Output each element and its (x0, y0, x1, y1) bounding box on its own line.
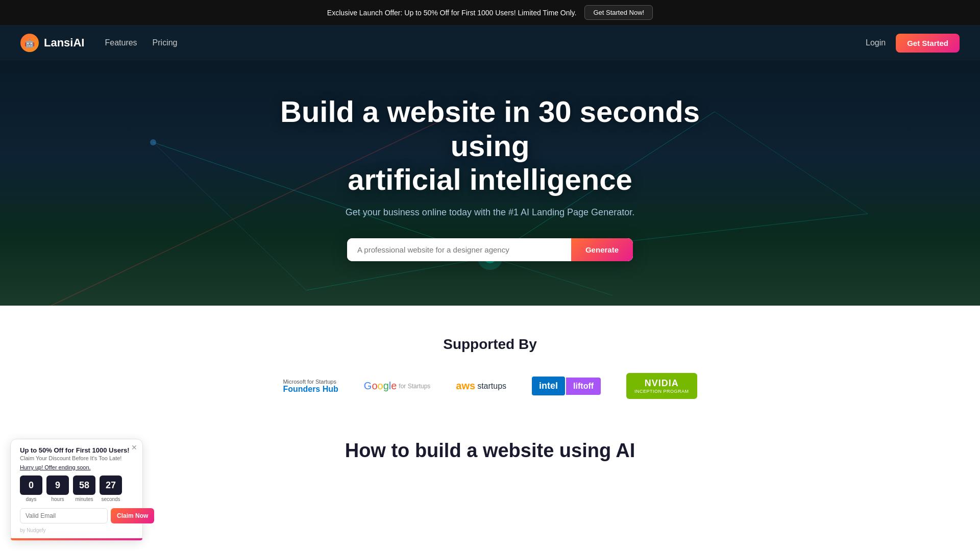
countdown-seconds: 27 seconds (100, 475, 122, 492)
seconds-number: 27 (100, 475, 122, 492)
nav-right: Login Get Started (866, 34, 960, 53)
widget-close-button[interactable]: ✕ (131, 443, 137, 452)
logos-row: Microsoft for Startups Founders Hub Goog… (20, 373, 960, 399)
hero-subtitle: Get your business online today with the … (260, 207, 720, 218)
widget-subtitle: Claim Your Discount Before It's Too Late… (20, 455, 133, 461)
logo-text: LansiAI (44, 36, 84, 49)
svg-line-3 (306, 257, 490, 290)
countdown-minutes: 58 minutes (73, 475, 95, 492)
nvidia-box: NVIDIA INCEPTION PROGRAM (626, 373, 697, 399)
google-text: Google (364, 380, 397, 392)
hero-content: Build a website in 30 seconds using arti… (260, 95, 720, 261)
banner-text: Exclusive Launch Offer: Up to 50% Off fo… (327, 9, 577, 17)
nav-links: Features Pricing (105, 38, 177, 47)
founders-top-text: Microsoft for Startups (283, 379, 336, 385)
svg-line-5 (715, 112, 868, 214)
founders-main-text: Founders Hub (283, 385, 338, 394)
navbar: 🤖 LansiAI Features Pricing Login Get Sta… (0, 25, 980, 61)
countdown-boxes: 0 days 9 hours 58 minutes 27 seconds (20, 475, 133, 492)
intel-text: intel (532, 377, 565, 395)
hero-title: Build a website in 30 seconds using arti… (260, 95, 720, 197)
svg-point-10 (150, 139, 156, 145)
logo-intel-liftoff: intel liftoff (532, 377, 601, 395)
generate-button[interactable]: Generate (571, 238, 633, 261)
login-button[interactable]: Login (866, 38, 886, 47)
supported-by-heading: Supported By (20, 336, 960, 353)
google-for-text: for Startups (399, 383, 430, 390)
hero-search-input[interactable] (347, 238, 571, 261)
how-to-heading: How to build a website using AI (41, 440, 939, 462)
get-started-button[interactable]: Get Started (896, 34, 960, 53)
logo[interactable]: 🤖 LansiAI (20, 34, 84, 52)
logo-icon: 🤖 (20, 34, 39, 52)
logo-nvidia: NVIDIA INCEPTION PROGRAM (626, 373, 697, 399)
days-number: 0 (20, 475, 42, 492)
hero-title-line2: artificial intelligence (348, 163, 632, 196)
aws-startups-text: startups (477, 382, 506, 391)
countdown-days: 0 days (20, 475, 42, 492)
nav-link-features[interactable]: Features (105, 38, 137, 47)
widget-title: Up to 50% Off for First 1000 Users! (20, 446, 133, 454)
below-hero: Supported By Microsoft for Startups Foun… (0, 306, 980, 492)
banner-cta-button[interactable]: Get Started Now! (584, 5, 653, 20)
hours-number: 9 (46, 475, 69, 492)
liftoff-text: liftoff (566, 378, 601, 395)
countdown-widget: ✕ Up to 50% Off for First 1000 Users! Cl… (10, 439, 143, 492)
top-banner: Exclusive Launch Offer: Up to 50% Off fo… (0, 0, 980, 25)
widget-hurry-text[interactable]: Hurry up! Offer ending soon. (20, 464, 133, 470)
aws-text: aws (456, 380, 475, 392)
how-to-section: How to build a website using AI (20, 419, 960, 472)
logo-aws: aws startups (456, 380, 506, 392)
hero-title-line1: Build a website in 30 seconds using (280, 95, 700, 162)
hero-section: Build a website in 30 seconds using arti… (0, 61, 980, 306)
supported-by-section: Supported By Microsoft for Startups Foun… (20, 336, 960, 399)
nav-link-pricing[interactable]: Pricing (153, 38, 178, 47)
minutes-number: 58 (73, 475, 95, 492)
nvidia-program: INCEPTION PROGRAM (634, 389, 689, 394)
svg-line-4 (490, 257, 612, 295)
nvidia-name: NVIDIA (645, 378, 679, 389)
hero-search-bar: Generate (347, 238, 633, 261)
logo-founders-hub: Microsoft for Startups Founders Hub (283, 379, 338, 394)
logo-google: Google for Startups (364, 380, 431, 392)
nav-left: 🤖 LansiAI Features Pricing (20, 34, 178, 52)
countdown-hours: 9 hours (46, 475, 69, 492)
